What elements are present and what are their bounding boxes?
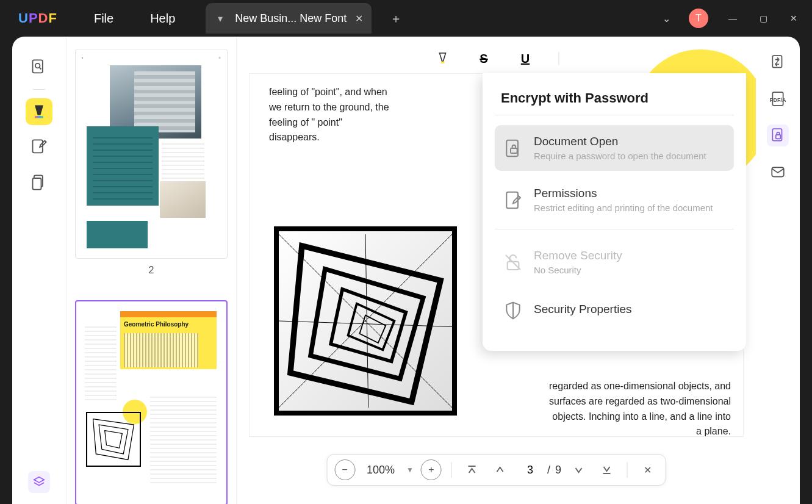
page-text-right: regarded as one-dimensional objects, and… [548,379,731,439]
tab-strip: ▾ New Busin... New Font ✕ ＋ [206,3,663,34]
option-subtitle: Restrict editing and printing of the doc… [534,203,725,213]
thumbnail-page-3[interactable]: Geometric Philosophy [75,300,228,504]
encrypt-password-panel: Encrypt with Password Document Open Requ… [483,73,746,351]
window-controls: — ▢ ✕ [727,13,800,23]
zoom-in-button[interactable]: + [421,459,442,480]
option-title: Security Properties [534,303,725,316]
tab-close-icon[interactable]: ✕ [355,13,363,24]
format-toolbar: S U [434,50,559,67]
pagination-bar: − 100% ▼ + / 9 ✕ [326,454,666,486]
left-toolbar [12,37,66,504]
separator [451,462,452,478]
panel-separator [495,229,734,229]
option-remove-security[interactable]: Remove Security No Security [495,239,734,285]
page-total: 9 [555,464,561,477]
svg-rect-3 [35,116,43,118]
pages-tool[interactable] [26,169,52,196]
page-image-geometric [274,226,457,416]
security-tool[interactable] [767,124,789,146]
minimize-button[interactable]: — [727,13,739,23]
main-menu: File Help [94,12,175,26]
option-document-open[interactable]: Document Open Require a password to open… [495,125,734,171]
thumbnail-label-2: 2 [75,265,228,276]
layers-button[interactable] [28,471,50,493]
svg-rect-22 [506,192,518,208]
zoom-dropdown-icon[interactable]: ▼ [406,466,414,474]
separator [627,462,628,478]
page-input[interactable] [518,464,542,477]
edit-tool[interactable] [26,134,52,160]
panel-separator [495,115,734,115]
svg-rect-21 [511,148,517,153]
workspace: •× 2 Geometric Philosophy [12,37,800,504]
right-toolbar: PDF/A [756,37,800,504]
option-subtitle: Require a password to open the document [534,151,725,161]
close-pagination-button[interactable]: ✕ [638,459,658,480]
highlight-tool[interactable] [26,98,52,125]
zoom-out-button[interactable]: − [334,459,355,480]
app-dropdown-icon[interactable]: ⌄ [663,13,670,24]
new-tab-button[interactable]: ＋ [390,10,402,27]
zoom-value: 100% [362,464,399,477]
share-tool[interactable] [767,161,789,183]
pdfa-label: PDF/A [770,97,786,103]
page-separator: / [547,464,550,477]
toolbar-divider [33,89,45,90]
option-security-properties[interactable]: Security Properties [495,291,734,330]
option-title: Remove Security [534,249,725,262]
svg-rect-18 [776,135,781,139]
menu-file[interactable]: File [94,12,113,26]
thumbnails-panel: •× 2 Geometric Philosophy [66,37,237,504]
tab-title: New Busin... New Font [235,12,347,25]
titlebar-right: ⌄ T — ▢ ✕ [663,9,800,28]
svg-rect-0 [33,60,43,73]
first-page-button[interactable] [462,459,483,480]
close-button[interactable]: ✕ [788,13,800,23]
highlighter-icon[interactable] [434,50,451,67]
document-open-icon [503,139,523,158]
prev-page-button[interactable] [490,459,511,480]
toolbar-separator [558,52,559,65]
last-page-button[interactable] [597,459,617,480]
svg-line-9 [279,321,452,326]
svg-rect-6 [33,178,41,190]
unlock-icon [503,253,523,272]
maximize-button[interactable]: ▢ [757,13,769,23]
page-text-left: feeling of "point", and when we return t… [269,85,391,145]
underline-icon[interactable]: U [517,50,534,67]
next-page-button[interactable] [569,459,589,480]
thumb3-title: Geometric Philosophy [124,321,213,328]
menu-help[interactable]: Help [150,12,175,26]
option-subtitle: No Security [534,265,725,275]
svg-point-1 [35,63,40,68]
search-tool[interactable] [26,54,52,81]
permissions-icon [503,190,523,210]
thumbnail-page-2[interactable]: •× [75,49,228,259]
user-avatar[interactable]: T [689,9,708,28]
tab-dropdown-icon[interactable]: ▾ [214,13,226,24]
strikethrough-icon[interactable]: S [475,50,492,67]
option-permissions[interactable]: Permissions Restrict editing and printin… [495,177,734,223]
pdfa-tool[interactable]: PDF/A [767,88,789,110]
svg-rect-19 [772,167,784,176]
svg-rect-7 [440,62,444,63]
document-tab[interactable]: ▾ New Busin... New Font ✕ [206,3,372,34]
option-title: Permissions [534,187,725,200]
title-bar: UPDF File Help ▾ New Busin... New Font ✕… [0,0,812,37]
app-logo: UPDF [18,10,57,26]
encrypt-panel-title: Encrypt with Password [495,90,734,106]
convert-tool[interactable] [767,51,789,73]
shield-icon [503,301,523,320]
page-indicator: / 9 [518,464,561,477]
svg-line-2 [39,67,41,69]
option-title: Document Open [534,135,725,148]
